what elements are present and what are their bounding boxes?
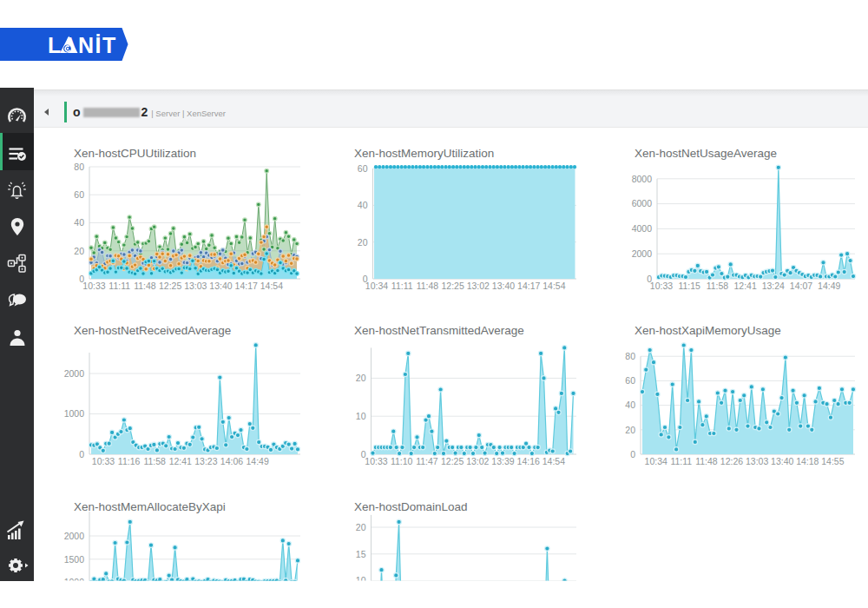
svg-text:11:48: 11:48: [695, 456, 718, 466]
svg-text:1000: 1000: [64, 577, 85, 587]
svg-text:60: 60: [74, 189, 84, 200]
svg-text:4000: 4000: [632, 223, 653, 234]
svg-text:80: 80: [625, 351, 635, 361]
svg-text:13:39: 13:39: [491, 456, 514, 466]
svg-text:Xen-hostNetUsageAverage: Xen-hostNetUsageAverage: [635, 147, 777, 160]
svg-text:6000: 6000: [632, 198, 653, 208]
svg-text:13:02: 13:02: [467, 281, 490, 291]
svg-text:12:41: 12:41: [169, 456, 192, 466]
svg-text:11:11: 11:11: [108, 281, 130, 291]
svg-text:Xen-hostMemoryUtilization: Xen-hostMemoryUtilization: [354, 147, 494, 160]
svg-text:2000: 2000: [632, 248, 653, 259]
svg-text:10: 10: [356, 411, 366, 421]
svg-text:40: 40: [74, 217, 84, 228]
svg-text:14:54: 14:54: [542, 281, 565, 291]
svg-text:14:17: 14:17: [517, 281, 540, 291]
svg-text:Xen-hostCPUUtilization: Xen-hostCPUUtilization: [74, 147, 196, 160]
svg-text:12:25: 12:25: [441, 281, 464, 291]
svg-text:Xen-hostMemAllocateByXapi: Xen-hostMemAllocateByXapi: [74, 500, 226, 513]
svg-text:20: 20: [74, 246, 84, 256]
svg-text:2000: 2000: [64, 368, 85, 379]
svg-text:11:47: 11:47: [416, 456, 438, 466]
svg-text:15: 15: [356, 549, 366, 559]
svg-text:0: 0: [630, 449, 635, 459]
svg-text:10:34: 10:34: [645, 456, 667, 466]
svg-text:14:16: 14:16: [517, 456, 540, 466]
svg-text:10:33: 10:33: [92, 456, 115, 466]
svg-text:14:49: 14:49: [246, 456, 268, 466]
svg-text:20: 20: [625, 425, 635, 435]
svg-text:Xen-hostXapiMemoryUsage: Xen-hostXapiMemoryUsage: [635, 324, 781, 337]
svg-text:10:33: 10:33: [650, 281, 673, 291]
svg-text:14:06: 14:06: [220, 456, 243, 466]
svg-text:12:26: 12:26: [720, 456, 743, 466]
svg-text:13:40: 13:40: [771, 456, 793, 466]
svg-text:1000: 1000: [64, 408, 85, 419]
svg-text:11:58: 11:58: [707, 281, 729, 291]
svg-text:60: 60: [625, 375, 635, 386]
svg-text:20: 20: [358, 237, 368, 248]
svg-text:10: 10: [356, 575, 366, 585]
svg-text:13:03: 13:03: [184, 281, 207, 291]
svg-text:12:41: 12:41: [733, 281, 756, 291]
svg-text:Xen-hostNetReceivedAverage: Xen-hostNetReceivedAverage: [74, 324, 231, 337]
svg-text:11:48: 11:48: [417, 281, 439, 291]
svg-text:80: 80: [74, 162, 84, 172]
svg-text:11:11: 11:11: [670, 456, 692, 466]
svg-text:13:23: 13:23: [194, 456, 217, 466]
svg-text:14:49: 14:49: [818, 281, 840, 291]
svg-text:12:25: 12:25: [159, 281, 181, 291]
svg-text:14:17: 14:17: [235, 281, 258, 291]
svg-text:13:40: 13:40: [492, 281, 515, 291]
svg-text:11:16: 11:16: [118, 456, 141, 466]
svg-text:60: 60: [358, 163, 368, 174]
svg-text:10:34: 10:34: [365, 281, 388, 291]
svg-text:8000: 8000: [632, 174, 653, 184]
svg-text:12:25: 12:25: [441, 456, 464, 466]
svg-text:10:33: 10:33: [82, 281, 105, 291]
svg-text:11:11: 11:11: [391, 281, 413, 291]
svg-text:14:54: 14:54: [260, 281, 283, 291]
svg-text:13:40: 13:40: [209, 281, 232, 291]
svg-text:11:10: 11:10: [391, 456, 413, 466]
svg-text:13:02: 13:02: [466, 456, 489, 466]
svg-text:40: 40: [358, 200, 368, 210]
svg-text:1500: 1500: [64, 554, 85, 565]
svg-text:13:03: 13:03: [746, 456, 768, 466]
svg-text:40: 40: [625, 400, 635, 410]
svg-text:11:15: 11:15: [678, 281, 700, 291]
svg-text:0: 0: [79, 449, 84, 459]
svg-text:11:48: 11:48: [134, 281, 156, 291]
svg-text:14:54: 14:54: [542, 456, 565, 466]
svg-text:14:07: 14:07: [790, 281, 812, 291]
svg-text:13:24: 13:24: [762, 281, 785, 291]
svg-text:20: 20: [356, 522, 366, 532]
svg-text:11:58: 11:58: [143, 456, 166, 466]
svg-text:10:33: 10:33: [365, 456, 387, 466]
svg-text:20: 20: [356, 373, 366, 383]
svg-text:14:55: 14:55: [821, 456, 844, 466]
svg-text:2000: 2000: [64, 531, 85, 541]
svg-text:14:18: 14:18: [796, 456, 819, 466]
svg-text:Xen-hostNetTransmittedAverage: Xen-hostNetTransmittedAverage: [354, 324, 524, 337]
svg-text:Xen-hostDomainLoad: Xen-hostDomainLoad: [354, 500, 468, 513]
